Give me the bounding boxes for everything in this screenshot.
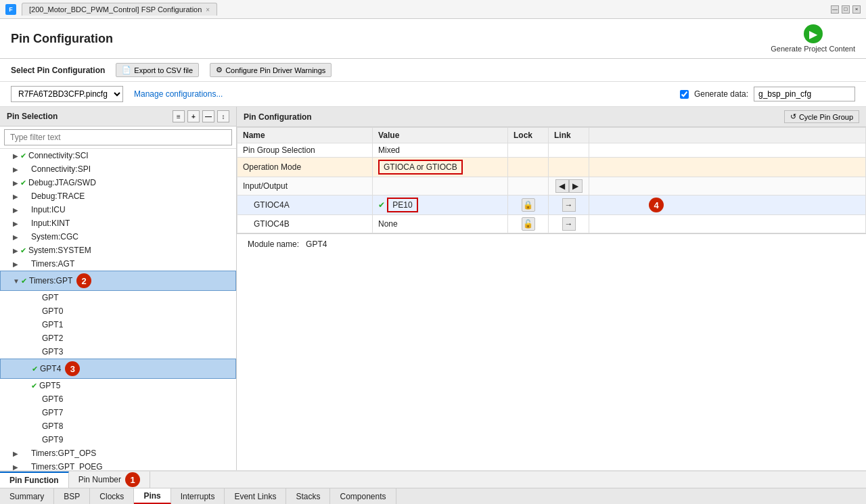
config-dropdown[interactable]: R7FA6T2BD3CFP.pincfg <box>11 86 123 102</box>
tree-label: GPT6 <box>42 394 63 404</box>
nav-tab-clocks[interactable]: Clocks <box>90 488 134 504</box>
tree-label: GPT3 <box>42 347 63 357</box>
tree-item-connectivity-sci[interactable]: ▶✔Connectivity:SCI <box>0 149 236 162</box>
tree-item-gpt3[interactable]: GPT3 <box>0 345 236 359</box>
generate-data-input[interactable] <box>754 87 855 101</box>
tree-item-gpt7[interactable]: GPT7 <box>0 406 236 419</box>
minimize-button[interactable]: — <box>831 5 839 14</box>
tree-arrow-icon: ▶ <box>11 206 20 214</box>
editor-tab[interactable]: [200_Motor_BDC_PWM_Control] FSP Configur… <box>22 3 217 16</box>
row-value: Mixed <box>373 143 508 158</box>
row-lock[interactable] <box>508 158 549 177</box>
configure-icon: ⚙ <box>216 66 223 74</box>
row-link[interactable]: ◀▶ <box>549 177 589 196</box>
table-row[interactable]: GTIOC4BNone🔓→ <box>237 215 866 233</box>
add-button[interactable]: + <box>187 110 200 122</box>
tree-item-timers-gpt-poeg[interactable]: ▶Timers:GPT_POEG <box>0 460 236 470</box>
generate-data-checkbox[interactable] <box>680 90 689 99</box>
tree-item-timers-agt[interactable]: ▶Timers:AGT <box>0 257 236 271</box>
tab-label: [200_Motor_BDC_PWM_Control] FSP Configur… <box>29 5 202 14</box>
tree-item-gpt8[interactable]: GPT8 <box>0 419 236 433</box>
maximize-button[interactable]: □ <box>842 5 850 14</box>
nav-tab-bsp[interactable]: BSP <box>54 488 90 504</box>
row-lock[interactable]: 🔒 <box>508 196 549 215</box>
tree-item-debug-trace[interactable]: ▶Debug:TRACE <box>0 189 236 203</box>
tree-label: Timers:GPT <box>29 276 72 285</box>
row-link[interactable]: → <box>549 215 589 233</box>
export-csv-button[interactable]: 📄 Export to CSV file <box>116 63 199 77</box>
cycle-pin-group-button[interactable]: ↺ Cycle Pin Group <box>784 110 859 123</box>
row-extra <box>589 158 866 177</box>
tree-label: Input:KINT <box>31 219 70 228</box>
nav-tab-interrupts[interactable]: Interrupts <box>171 488 225 504</box>
table-row[interactable]: GTIOC4A✔ PE10🔒→4 <box>237 196 866 215</box>
bottom-tab-pin-function[interactable]: Pin Function <box>0 472 69 488</box>
close-button[interactable]: × <box>852 5 861 14</box>
tree-item-gpt2[interactable]: GPT2 <box>0 331 236 345</box>
configure-warnings-button[interactable]: ⚙ Configure Pin Driver Warnings <box>210 63 332 77</box>
tree-item-gpt9[interactable]: GPT9 <box>0 433 236 446</box>
tree-label: GPT5 <box>39 381 60 390</box>
table-row[interactable]: Operation ModeGTIOCA or GTIOCB <box>237 158 866 177</box>
lock-icon[interactable]: 🔓 <box>522 217 535 231</box>
row-lock[interactable] <box>508 177 549 196</box>
main-header: Pin Configuration ▶ Generate Project Con… <box>0 19 866 59</box>
row-lock[interactable]: 🔓 <box>508 215 549 233</box>
tree-item-gpt1[interactable]: GPT1 <box>0 318 236 331</box>
generate-project-button[interactable]: ▶ Generate Project Content <box>771 24 855 53</box>
row-link[interactable]: → <box>549 196 589 215</box>
pin-config-panel-title: Pin Configuration <box>244 112 312 122</box>
tree-arrow-icon: ▶ <box>11 152 20 160</box>
row-name: Pin Group Selection <box>237 143 373 158</box>
tree-item-gpt0[interactable]: GPT0 <box>0 304 236 318</box>
collapse-button[interactable]: — <box>202 110 214 122</box>
tree-item-gpt[interactable]: GPT <box>0 291 236 304</box>
nav-tab-summary[interactable]: Summary <box>0 488 54 504</box>
tab-close-icon[interactable]: × <box>206 6 210 14</box>
row-extra: 4 <box>589 196 866 215</box>
tree-item-gpt6[interactable]: GPT6 <box>0 392 236 406</box>
table-row[interactable]: Pin Group SelectionMixed <box>237 143 866 158</box>
sort-button[interactable]: ↕ <box>217 110 229 122</box>
nav-tab-event-links[interactable]: Event Links <box>225 488 286 504</box>
bottom-tab-pin-number[interactable]: Pin Number1 <box>69 472 150 488</box>
nav-tabs: SummaryBSPClocksPinsInterruptsEvent Link… <box>0 488 866 504</box>
tree-item-system-cgc[interactable]: ▶System:CGC <box>0 230 236 244</box>
tree-item-timers-gpt[interactable]: ▼✔Timers:GPT2 <box>0 271 236 291</box>
link-arrow-icon[interactable]: → <box>562 217 576 231</box>
tree-item-system-system[interactable]: ▶✔System:SYSTEM <box>0 244 236 257</box>
select-pin-config-title: Select Pin Configuration <box>11 66 105 75</box>
table-row[interactable]: Input/Output◀▶ <box>237 177 866 196</box>
nav-tab-stacks[interactable]: Stacks <box>286 488 330 504</box>
list-view-button[interactable]: ≡ <box>173 110 185 122</box>
tree-label: Connectivity:SPI <box>31 164 91 174</box>
row-link[interactable] <box>549 143 589 158</box>
tree-arrow-icon: ▶ <box>11 193 20 200</box>
filter-input[interactable] <box>4 129 232 145</box>
nav-tab-pins[interactable]: Pins <box>134 488 170 504</box>
tree-container[interactable]: ▶✔Connectivity:SCI▶Connectivity:SPI▶✔Deb… <box>0 149 236 470</box>
row-value: ✔ PE10 <box>373 196 508 215</box>
tree-check-icon: ✔ <box>21 277 27 285</box>
lock-icon[interactable]: 🔒 <box>522 198 535 212</box>
tree-item-connectivity-spi[interactable]: ▶Connectivity:SPI <box>0 162 236 176</box>
app-icon: F <box>5 4 16 15</box>
nav-left-icon[interactable]: ◀ <box>555 179 569 193</box>
nav-right-icon[interactable]: ▶ <box>569 179 583 193</box>
manage-configs-link[interactable]: Manage configurations... <box>134 89 223 99</box>
generate-data-label: Generate data: <box>694 89 748 99</box>
tree-item-input-icu[interactable]: ▶Input:ICU <box>0 203 236 216</box>
tree-item-debug-jtag[interactable]: ▶✔Debug:JTAG/SWD <box>0 176 236 189</box>
tree-item-gpt5[interactable]: ✔GPT5 <box>0 379 236 392</box>
tree-check-icon: ✔ <box>20 179 26 187</box>
row-link[interactable] <box>549 158 589 177</box>
tree-item-gpt4[interactable]: ✔GPT43 <box>0 359 236 379</box>
col-value: Value <box>373 128 508 143</box>
row-lock[interactable] <box>508 143 549 158</box>
tree-item-timers-gpt-ops[interactable]: ▶Timers:GPT_OPS <box>0 446 236 460</box>
tree-check-icon: ✔ <box>32 365 38 373</box>
tree-label: GPT4 <box>40 364 61 373</box>
link-arrow-icon[interactable]: → <box>562 198 576 212</box>
nav-tab-components[interactable]: Components <box>330 488 396 504</box>
tree-item-input-kint[interactable]: ▶Input:KINT <box>0 216 236 230</box>
